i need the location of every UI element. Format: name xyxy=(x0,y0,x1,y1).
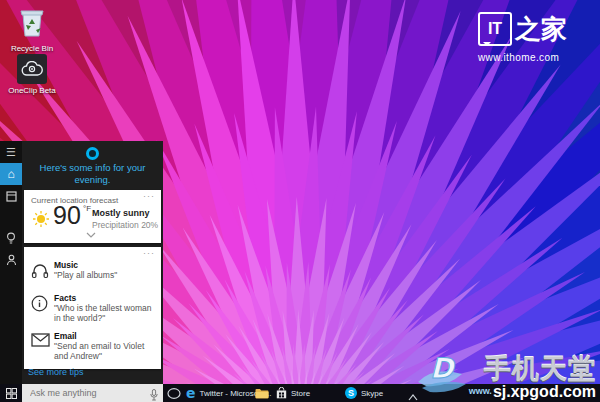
ithome-badge-text: IT xyxy=(488,20,502,38)
lightbulb-icon xyxy=(6,232,16,245)
ithome-logo-cjk: 之家 xyxy=(515,16,567,42)
expand-chevron-icon[interactable] xyxy=(86,224,96,242)
card-menu-icon[interactable]: ··· xyxy=(143,248,155,258)
desktop-icon-label: Recycle Bin xyxy=(4,44,60,53)
store-icon xyxy=(276,387,287,399)
oneclip-tile xyxy=(17,54,47,84)
weather-condition: Mostly sunny xyxy=(92,208,150,218)
weather-card[interactable]: ··· Current location forecast 90 °F Most… xyxy=(24,190,161,243)
desktop-icon-oneclip[interactable]: OneClip Beta xyxy=(4,54,60,95)
home-icon: ⌂ xyxy=(7,167,14,181)
taskbar: e Twitter - Microsoft ... Store S Skype xyxy=(0,384,600,402)
suggestion-subtitle: "Who is the tallest woman in the world?" xyxy=(54,303,154,323)
sidebar-item-notebook[interactable] xyxy=(0,185,22,207)
sun-icon xyxy=(32,210,50,228)
desktop-icon-label: OneClip Beta xyxy=(4,86,60,95)
task-view-icon xyxy=(167,388,181,399)
desktop-icon-recycle-bin[interactable]: Recycle Bin xyxy=(4,6,60,53)
search-input[interactable] xyxy=(22,388,140,398)
suggestion-email[interactable]: Email "Send an email to Violet and Andre… xyxy=(24,331,161,369)
cortana-sidebar: ☰ ⌂ xyxy=(0,141,22,384)
cortana-search-box[interactable] xyxy=(22,384,163,402)
notebook-icon xyxy=(6,191,17,202)
suggestion-music[interactable]: Music "Play all albums" xyxy=(24,260,161,292)
hamburger-icon: ☰ xyxy=(6,146,16,159)
recycle-bin-icon xyxy=(17,6,47,38)
taskbar-app-label: Store xyxy=(291,389,310,398)
tray-chevron-up-icon[interactable] xyxy=(408,387,418,402)
cloud-icon xyxy=(21,61,43,77)
ithome-logo-badge: IT xyxy=(478,12,512,46)
ithome-watermark: IT 之家 www.ithome.com xyxy=(478,12,588,63)
sidebar-item-home[interactable]: ⌂ xyxy=(0,163,22,185)
ithome-url: www.ithome.com xyxy=(478,52,588,63)
suggestion-title: Music xyxy=(54,260,78,270)
cortana-panel: ☰ ⌂ Here's some info for your evening xyxy=(0,141,163,384)
sidebar-item-people[interactable] xyxy=(0,249,22,271)
taskbar-app-explorer[interactable] xyxy=(252,384,272,402)
card-menu-icon[interactable]: ··· xyxy=(143,191,155,201)
suggestion-subtitle: "Send an email to Violet and Andrew" xyxy=(54,341,154,361)
edge-icon: e xyxy=(186,386,196,400)
taskbar-app-store[interactable]: Store xyxy=(273,384,313,402)
cortana-orb-icon xyxy=(86,147,99,160)
suggestion-title: Email xyxy=(54,331,77,341)
weather-precipitation: Precipitation 20% xyxy=(92,220,158,230)
start-button[interactable] xyxy=(0,384,22,402)
task-view-button[interactable] xyxy=(164,384,184,402)
see-more-tips-link[interactable]: See more tips xyxy=(28,367,84,377)
skype-icon: S xyxy=(345,387,357,399)
explorer-icon xyxy=(255,388,269,399)
sidebar-item-ideas[interactable] xyxy=(0,227,22,249)
microphone-icon[interactable] xyxy=(150,387,158,402)
suggestions-card: ··· Music "Play all albums" Facts "Who i xyxy=(24,247,161,369)
weather-unit: °F xyxy=(83,204,91,213)
taskbar-app-label: Skype xyxy=(361,389,383,398)
person-icon xyxy=(6,254,17,266)
cortana-header: Here's some info for your evening. xyxy=(22,141,163,190)
headphones-icon xyxy=(31,262,49,280)
info-icon xyxy=(31,295,49,313)
envelope-icon xyxy=(31,333,49,351)
weather-temperature: 90 xyxy=(53,201,81,230)
menu-button[interactable]: ☰ xyxy=(0,141,22,163)
suggestion-subtitle: "Play all albums" xyxy=(54,270,154,280)
suggestion-title: Facts xyxy=(54,293,76,303)
windows-logo-icon xyxy=(6,388,17,399)
taskbar-app-skype[interactable]: S Skype xyxy=(342,384,386,402)
cortana-greeting: Here's some info for your evening. xyxy=(22,162,163,186)
suggestion-facts[interactable]: Facts "Who is the tallest woman in the w… xyxy=(24,293,161,331)
